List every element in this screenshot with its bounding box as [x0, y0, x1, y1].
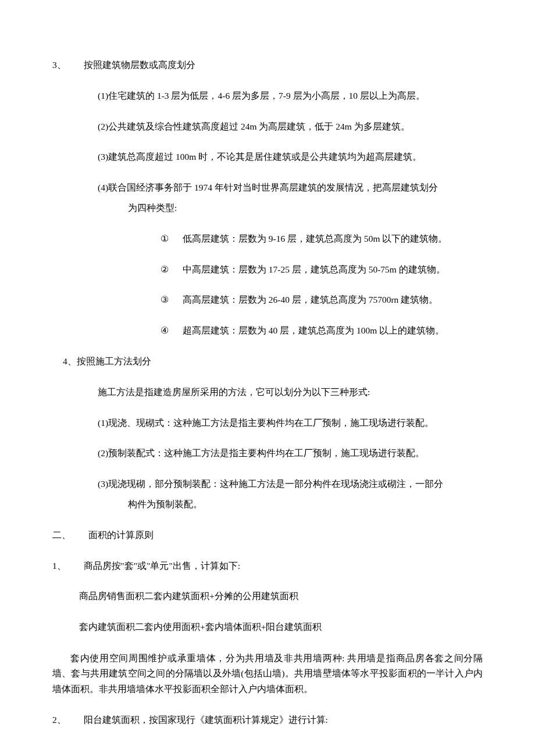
- section-4-item-1: (1)现浇、现砌式：这种施工方法是指主要构件均在工厂预制，施工现场进行装配。: [98, 416, 483, 431]
- section-3-item-1: (1)住宅建筑的 1-3 层为低层，4-6 层为多层，7-9 层为小高层，10 …: [98, 89, 483, 103]
- part-2-item-2-heading: 2、 阳台建筑面积，按国家现行《建筑面积计算规定》进行计算:: [52, 713, 483, 728]
- part-2-item-1-line-2: 套内建筑面积二套内使用面积+套内墙体面积+阳台建筑面积: [79, 620, 483, 635]
- section-4-item-2: (2)预制装配式：这种施工方法是指主要构件均在工厂预制，施工现场进行装配。: [98, 446, 483, 461]
- part-2-item-2-number: 2、: [52, 713, 66, 728]
- section-3-title: 按照建筑物层数或高度划分: [84, 60, 195, 70]
- circled-number-4: ④: [160, 324, 180, 338]
- section-3-body: (1)住宅建筑的 1-3 层为低层，4-6 层为多层，7-9 层为小高层，10 …: [98, 89, 483, 338]
- circled-item-3: ③ 高高层建筑：层数为 26-40 层，建筑总高度为 75700rn 建筑物。: [160, 293, 483, 307]
- section-4-body: 施工方法是指建造房屋所采用的方法，它可以划分为以下三种形式: (1)现浇、现砌式…: [98, 385, 483, 512]
- part-2-item-1-number: 1、: [52, 559, 66, 574]
- part-2-item-2-title: 阳台建筑面积，按国家现行《建筑面积计算规定》进行计算:: [84, 715, 328, 725]
- section-4-heading: 4、按照施工方法划分: [63, 354, 483, 369]
- circled-text-3: 高高层建筑：层数为 26-40 层，建筑总高度为 75700rn 建筑物。: [183, 295, 438, 304]
- circled-number-1: ①: [160, 232, 180, 246]
- section-4-item-3-b: 构件为预制装配。: [128, 497, 483, 512]
- section-3-item-4-line-b: 为四种类型:: [128, 201, 483, 216]
- part-2-item-1-heading: 1、 商品房按"套"或"单元"出售，计算如下:: [52, 559, 483, 574]
- circled-item-1: ① 低高层建筑：层数为 9-16 层，建筑总高度为 50m 以下的建筑物。: [160, 232, 483, 246]
- circled-item-4: ④ 超高层建筑：层数为 40 层，建筑总高度为 100m 以上的建筑物。: [160, 324, 483, 338]
- circled-number-3: ③: [160, 293, 180, 307]
- part-2-item-1-line-1: 商品房销售面积二套内建筑面积+分摊的公用建筑面积: [79, 589, 483, 604]
- circled-number-2: ②: [160, 263, 180, 277]
- part-2-item-1-title: 商品房按"套"或"单元"出售，计算如下:: [84, 561, 241, 571]
- part-2-number: 二、: [52, 528, 71, 543]
- section-3-circled-list: ① 低高层建筑：层数为 9-16 层，建筑总高度为 50m 以下的建筑物。 ② …: [160, 232, 483, 338]
- section-3-item-4-line-a: (4)联合国经济事务部于 1974 年针对当时世界高层建筑的发展情况，把高层建筑…: [98, 181, 483, 195]
- part-2-heading: 二、 面积的计算原则: [52, 528, 483, 543]
- part-2-paragraph: 套内使用空间周围维护或承重墙体，分为共用墙及非共用墙两种: 共用墙是指商品房各套…: [52, 651, 483, 697]
- section-4-intro: 施工方法是指建造房屋所采用的方法，它可以划分为以下三种形式:: [98, 385, 483, 400]
- section-3-item-3: (3)建筑总高度超过 100m 时，不论其是居住建筑或是公共建筑均为超高层建筑。: [98, 150, 483, 164]
- circled-text-1: 低高层建筑：层数为 9-16 层，建筑总高度为 50m 以下的建筑物。: [183, 234, 447, 243]
- section-3-heading: 3、 按照建筑物层数或高度划分: [52, 58, 483, 73]
- section-4-item-3-a: (3)现浇现砌，部分预制装配：这种施工方法是一部分构件在现场浇注或砌注，一部分: [98, 477, 483, 492]
- section-3-number: 3、: [52, 58, 66, 73]
- circled-text-4: 超高层建筑：层数为 40 层，建筑总高度为 100m 以上的建筑物。: [183, 325, 444, 335]
- circled-item-2: ② 中高层建筑：层数为 17-25 层，建筑总高度为 50-75m 的建筑物。: [160, 263, 483, 277]
- section-3-item-2: (2)公共建筑及综合性建筑高度超过 24m 为高层建筑，低于 24m 为多层建筑…: [98, 120, 483, 134]
- part-2-title: 面积的计算原则: [88, 530, 154, 540]
- circled-text-2: 中高层建筑：层数为 17-25 层，建筑总高度为 50-75m 的建筑物。: [183, 264, 445, 274]
